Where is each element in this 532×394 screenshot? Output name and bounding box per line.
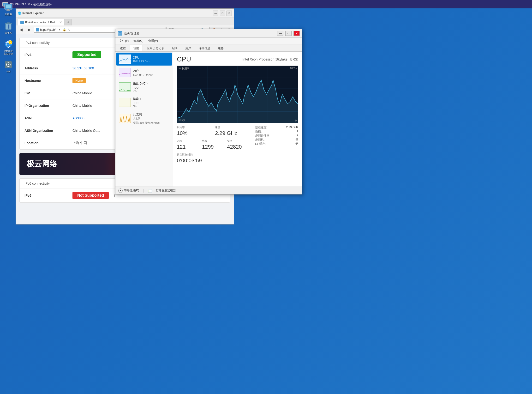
browser-minimize-button[interactable]: — [213,11,218,16]
tab-startup[interactable]: 启动 [168,45,181,51]
speed-value: 2.29 GHz [215,130,250,136]
recycle-bin-label: 回收站 [5,31,12,35]
sidebar-item-cpu[interactable]: CPU 10% 2.29 GHz [116,53,172,66]
browser-maximize-button[interactable]: □ [220,11,225,16]
icon-tool[interactable]: tool [4,60,13,73]
disk0-sidebar-info: 磁盘 0 (C:) HDD 2% [133,81,148,92]
sidebar-item-disk0[interactable]: 磁盘 0 (C:) HDD 2% [116,79,172,94]
browser-titlebar: 🌐 Internet Explorer — □ ✕ [16,9,234,18]
icon-ie[interactable]: e Internet Explorer [1,39,16,55]
disk1-sidebar-percent: 0% [133,105,142,108]
icon-my-computer[interactable]: 此电脑 [4,2,13,16]
handles-value: 42820 [227,144,250,150]
virtual-processors-label: 虚拟处理器: [255,134,270,138]
open-resource-monitor-button[interactable]: 打开资源监视器 [156,188,176,193]
back-button[interactable]: ◀ [18,26,24,33]
collapse-button[interactable]: ▲ 简略信息(D) [118,188,139,193]
virtual-machine-value: 是 [295,138,298,142]
svg-rect-2 [7,9,9,10]
menu-options[interactable]: 选项(O) [132,38,145,43]
collapse-label: 简略信息(D) [124,188,139,193]
tm-maximize-button[interactable]: □ [285,31,292,36]
address-dropdown-arrow[interactable]: ▼ [58,28,61,31]
info-icon: ℹ [114,193,115,198]
ethernet-sidebar-detail1: 以太网 [133,117,160,121]
value-asn[interactable]: AS9808 [72,116,84,120]
tab-title: IP Address Lookup / IPv4 ... [25,21,58,24]
task-manager-title: 任务管理器 [124,31,275,36]
bottom-divider: | [143,188,144,193]
address-refresh[interactable]: ↻ [68,28,71,31]
memory-mini-chart [119,68,131,77]
ethernet-sidebar-name: 以太网 [133,112,160,116]
tab-performance[interactable]: 性能 [130,45,143,51]
memory-sidebar-detail: 1.7/4.0 GB (42%) [133,73,153,76]
cpu-sidebar-name: CPU [133,56,150,59]
stat-row-socket: 插槽: 1 [255,130,298,134]
chart-x-right: 0 [295,119,297,122]
svg-rect-23 [121,32,121,35]
disk1-mini-chart [119,98,131,107]
forward-button[interactable]: ▶ [26,26,33,33]
tm-minimize-button[interactable]: — [277,31,283,36]
cpu-model: Intel Xeon Processor (Skylake, IBRS) [242,57,298,61]
stat-uptime: 正常运行时间 0:00:03:59 [177,153,250,164]
tab-users[interactable]: 用户 [182,45,195,51]
ie-icon: e [4,39,13,49]
value-address[interactable]: 36.134.63.100 [72,66,94,70]
svg-rect-6 [7,22,10,23]
chart-y-label: % 利用率 [179,67,190,70]
disk1-sidebar-info: 磁盘 1 HDD 0% [133,97,142,108]
task-manager-menubar: 文件(F) 选项(O) 查看(V) [115,38,302,44]
menu-file[interactable]: 文件(F) [117,38,131,43]
tab-process[interactable]: 进程 [116,45,129,51]
handles-label: 句柄 [227,139,250,143]
virtual-machine-label: 虚拟机: [255,138,264,142]
task-manager-sidebar: CPU 10% 2.29 GHz 内存 1.7/4.0 GB (42%) [115,52,173,187]
label-ip-org: IP Organization [24,104,72,108]
tab-services[interactable]: 服务 [214,45,227,51]
sidebar-item-memory[interactable]: 内存 1.7/4.0 GB (42%) [116,66,172,79]
recycle-bin-icon [4,21,13,30]
tab-details[interactable]: 详细信息 [195,45,214,51]
uptime-value: 0:00:03:59 [177,158,250,164]
tm-close-button[interactable]: ✕ [293,31,300,36]
browser-tabs: IP Address Lookup / IPv4 ... ✕ + [16,18,234,25]
task-manager-icon [118,31,122,36]
open-resource-monitor-label: 打开资源监视器 [156,188,176,193]
browser-close-button[interactable]: ✕ [227,11,232,16]
cpu-main-title: CPU [177,55,191,63]
processes-label: 进程 [177,139,200,143]
tab-close-button[interactable]: ✕ [59,20,62,24]
badge-none: None [72,78,86,83]
task-manager-window: 任务管理器 — □ ✕ 文件(F) 选项(O) 查看(V) 进程 性能 应用历史… [115,29,302,194]
label-asn-org: ASN Organization [24,129,72,133]
stat-threads: 线程 1299 [202,139,225,150]
browser-tab-active[interactable]: IP Address Lookup / IPv4 ... ✕ [18,19,65,25]
memory-sidebar-name: 内存 [133,69,153,73]
icon-recycle-bin[interactable]: 回收站 [4,21,13,35]
tool-label: tool [6,70,10,73]
chart-x-left: 60 秒 [179,118,185,122]
menu-view[interactable]: 查看(V) [146,38,160,43]
stat-row-virtual-machine: 虚拟机: 是 [255,138,298,142]
cpu-header: CPU Intel Xeon Processor (Skylake, IBRS) [177,55,298,63]
tab-favicon [20,21,24,24]
disk0-mini-chart [119,82,131,91]
sidebar-item-disk1[interactable]: 磁盘 1 HDD 0% [116,95,172,110]
cpu-mini-chart [119,55,131,64]
task-manager-bottom-bar: ▲ 简略信息(D) | 📊 打开资源监视器 [115,187,302,194]
stat-processes: 进程 121 [177,139,200,150]
sidebar-item-ethernet[interactable]: 以太网 以太网 发送: 360 接收: 0 Kbps [116,110,172,127]
cpu-stats-right: 基准速度: 2.29 GHz 插槽: 1 虚拟处理器: 2 虚拟机: 是 [255,126,298,164]
address-lock-badge: 🔒 [63,28,66,31]
l1-cache-label: L1 缓存: [255,142,266,146]
remote-desktop-titlebar: 36.134.63.100 - 远程桌面连接 [0,0,532,8]
label-location: Location [24,141,72,145]
tab-app-history[interactable]: 应用历史记录 [143,45,168,51]
svg-rect-3 [6,10,10,11]
label-ipv4: IPv4 [24,53,72,57]
label-ipv6: IPv6 [24,194,72,197]
stat-row-l1-cache: L1 缓存: 无 [255,142,298,146]
new-tab-button[interactable]: + [65,19,72,25]
